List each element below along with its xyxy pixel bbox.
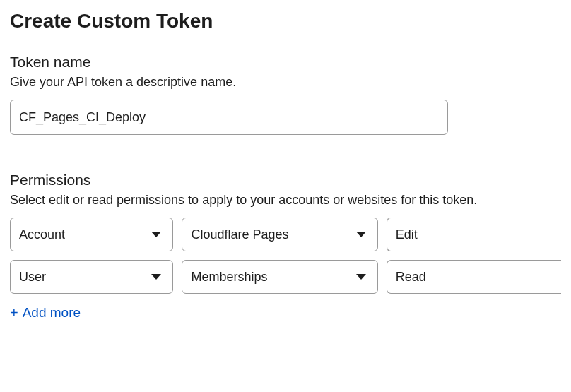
scope-select[interactable]: User — [10, 260, 173, 294]
access-select-value: Read — [396, 270, 553, 285]
token-name-description: Give your API token a descriptive name. — [10, 75, 561, 90]
chevron-down-icon — [151, 274, 161, 280]
resource-select[interactable]: Cloudflare Pages — [182, 218, 377, 251]
permissions-label: Permissions — [10, 172, 561, 189]
add-more-button[interactable]: + Add more — [10, 305, 81, 321]
token-name-section: Token name Give your API token a descrip… — [10, 54, 561, 135]
access-select[interactable]: Edit — [387, 218, 561, 251]
permission-row: User Memberships Read — [10, 260, 561, 294]
resource-select-value: Cloudflare Pages — [191, 227, 355, 242]
chevron-down-icon — [151, 232, 161, 237]
access-select[interactable]: Read — [387, 260, 561, 294]
resource-select[interactable]: Memberships — [182, 260, 377, 294]
token-name-label: Token name — [10, 54, 561, 71]
chevron-down-icon — [356, 274, 366, 280]
permissions-description: Select edit or read permissions to apply… — [10, 193, 561, 208]
page-title: Create Custom Token — [10, 10, 561, 32]
scope-select-value: Account — [19, 227, 151, 242]
token-name-input[interactable] — [10, 100, 448, 135]
plus-icon: + — [10, 306, 18, 320]
chevron-down-icon — [356, 232, 366, 237]
access-select-value: Edit — [396, 227, 553, 242]
scope-select[interactable]: Account — [10, 218, 173, 251]
add-more-label: Add more — [23, 305, 81, 321]
scope-select-value: User — [19, 270, 151, 285]
permission-row: Account Cloudflare Pages Edit — [10, 218, 561, 251]
permissions-section: Permissions Select edit or read permissi… — [10, 172, 561, 321]
resource-select-value: Memberships — [191, 270, 355, 285]
